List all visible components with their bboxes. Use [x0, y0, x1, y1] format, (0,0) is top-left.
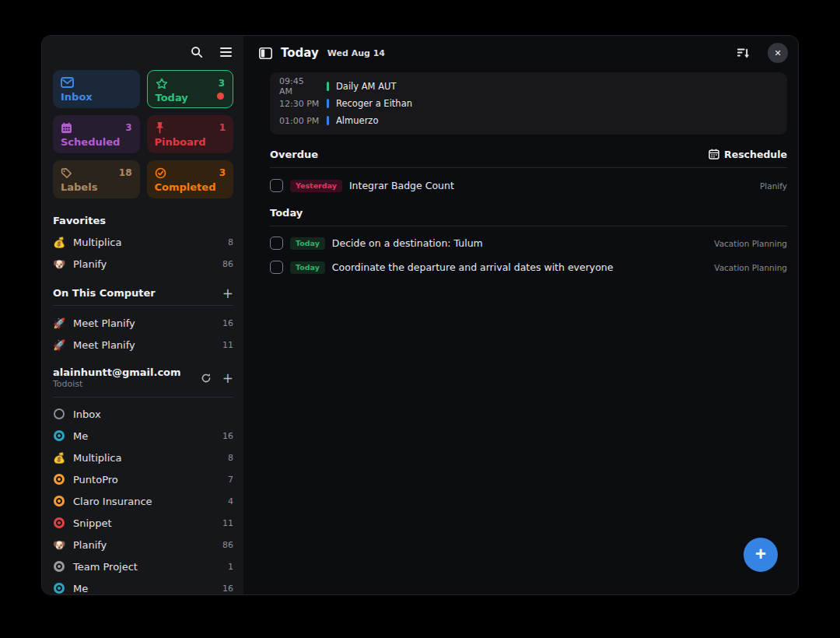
project-item-team-project[interactable]: Team Project 1 — [53, 556, 233, 577]
tile-inbox[interactable]: Inbox — [53, 70, 140, 108]
item-label: Inbox — [73, 408, 226, 420]
moneybag-icon: 💰 — [53, 237, 65, 248]
task-title: Integrar Badge Count — [349, 180, 753, 191]
item-count: 86 — [222, 540, 233, 550]
calendar-icon — [709, 149, 719, 160]
task-checkbox[interactable] — [270, 179, 283, 192]
due-badge: Yesterday — [290, 180, 342, 192]
tile-pinboard[interactable]: 1 Pinboard — [147, 115, 234, 153]
tile-today[interactable]: 3 Today — [147, 70, 234, 108]
item-count: 11 — [222, 340, 233, 350]
calendar-events-card: 09:45 AM Daily AM AUT 12:30 PM Recoger a… — [270, 72, 787, 135]
task-checkbox[interactable] — [270, 261, 283, 274]
task-project-label: Vacation Planning — [714, 263, 787, 272]
reschedule-button[interactable]: Reschedule — [709, 149, 787, 160]
project-item-claro-insurance[interactable]: Claro Insurance 4 — [53, 490, 233, 512]
item-label: Snippet — [73, 517, 215, 529]
project-circle-icon — [54, 496, 65, 507]
add-account-project-icon[interactable]: + — [222, 373, 233, 384]
task-row-decide-destination[interactable]: Today Decide on a destination: Tulum Vac… — [270, 231, 787, 255]
project-circle-icon — [54, 561, 65, 572]
tile-count: 3 — [219, 78, 225, 89]
tile-count: 3 — [125, 122, 131, 133]
dog-icon: 🐶 — [53, 539, 65, 551]
item-count: 86 — [222, 259, 233, 269]
section-title: Overdue — [270, 149, 318, 160]
calendar-icon — [61, 122, 72, 134]
dog-icon: 🐶 — [53, 258, 65, 270]
sidebar-toggle-icon[interactable] — [259, 47, 272, 59]
on-this-computer-header: On This Computer + — [53, 287, 233, 299]
item-label: Planify — [73, 539, 215, 551]
project-item-inbox[interactable]: Inbox — [53, 403, 233, 425]
tile-scheduled[interactable]: 3 Scheduled — [53, 115, 140, 153]
mail-icon — [61, 77, 74, 88]
tile-count: 3 — [219, 167, 226, 178]
tile-label: Labels — [61, 181, 132, 193]
local-project-meet-planify-1[interactable]: 🚀 Meet Planify 16 — [53, 312, 233, 334]
pin-icon — [155, 121, 165, 134]
divider — [270, 226, 787, 226]
close-icon[interactable]: ✕ — [768, 43, 788, 63]
rocket-icon: 🚀 — [53, 317, 65, 329]
divider — [270, 167, 787, 168]
task-project-label: Planify — [760, 181, 787, 191]
item-label: Team Project — [73, 561, 220, 573]
event-time: 12:30 PM — [279, 99, 320, 109]
item-label: PuntoPro — [73, 474, 220, 486]
event-color-bar — [327, 82, 329, 91]
on-this-computer-title: On This Computer — [53, 287, 156, 299]
task-checkbox[interactable] — [270, 237, 283, 250]
event-row: 12:30 PM Recoger a Eithan — [279, 95, 778, 112]
project-circle-icon — [54, 517, 65, 528]
event-row: 09:45 AM Daily AM AUT — [279, 78, 778, 95]
project-circle-icon — [54, 474, 65, 485]
sync-icon[interactable] — [201, 373, 212, 384]
main-panel: Today Wed Aug 14 ✕ 09:45 AM Daily AM AUT — [243, 36, 798, 594]
task-row-integrar-badge-count[interactable]: Yesterday Integrar Badge Count Planify — [270, 174, 787, 198]
task-title: Decide on a destination: Tulum — [332, 237, 707, 249]
item-count: 8 — [228, 453, 233, 463]
event-title: Almuerzo — [336, 115, 378, 126]
divider — [53, 305, 233, 306]
task-row-coordinate-dates[interactable]: Today Coordinate the departure and arriv… — [270, 255, 787, 279]
sidebar: Inbox 3 Today — [42, 36, 243, 594]
project-circle-icon — [54, 430, 65, 441]
tile-labels[interactable]: 18 Labels — [53, 160, 140, 198]
project-item-me[interactable]: Me 16 — [53, 425, 233, 447]
event-time: 09:45 AM — [279, 76, 320, 96]
favorite-item-planify[interactable]: 🐶 Planify 86 — [53, 253, 233, 275]
reschedule-label: Reschedule — [724, 149, 787, 160]
project-item-puntopro[interactable]: PuntoPro 7 — [53, 468, 233, 490]
task-title: Coordinate the departure and arrival dat… — [332, 261, 707, 273]
sidebar-header — [53, 36, 233, 68]
local-project-meet-planify-2[interactable]: 🚀 Meet Planify 11 — [53, 334, 233, 356]
item-count: 4 — [228, 496, 233, 507]
add-project-icon[interactable]: + — [222, 288, 233, 299]
event-title: Daily AM AUT — [336, 81, 397, 92]
project-item-planify[interactable]: 🐶 Planify 86 — [53, 534, 233, 556]
favorites-header: Favorites — [53, 215, 233, 226]
today-section-header: Today — [270, 205, 787, 220]
project-item-multiplica[interactable]: 💰 Multiplica 8 — [53, 447, 233, 468]
project-item-me-2[interactable]: Me 16 — [53, 577, 233, 594]
tile-completed[interactable]: 3 Completed — [147, 160, 234, 198]
add-task-button[interactable]: + — [744, 538, 778, 572]
account-service: Todoist — [53, 379, 201, 389]
item-count: 16 — [222, 318, 233, 328]
sort-icon[interactable] — [737, 47, 750, 59]
favorite-item-multiplica[interactable]: 💰 Multiplica 8 — [53, 231, 233, 253]
page-title: Today — [281, 46, 319, 60]
tile-count: 1 — [219, 122, 226, 133]
project-item-snippet[interactable]: Snippet 11 — [53, 512, 233, 534]
notification-dot — [217, 93, 224, 100]
item-label: Planify — [73, 258, 215, 270]
account-row[interactable]: alainhuntt@gmail.com Todoist + — [53, 366, 233, 389]
menu-icon[interactable] — [220, 47, 232, 57]
main-header: Today Wed Aug 14 ✕ — [243, 36, 798, 70]
page-date: Wed Aug 14 — [327, 48, 385, 58]
due-badge: Today — [290, 261, 325, 274]
search-icon[interactable] — [191, 46, 203, 58]
due-badge: Today — [290, 237, 325, 250]
item-count: 11 — [222, 518, 233, 528]
